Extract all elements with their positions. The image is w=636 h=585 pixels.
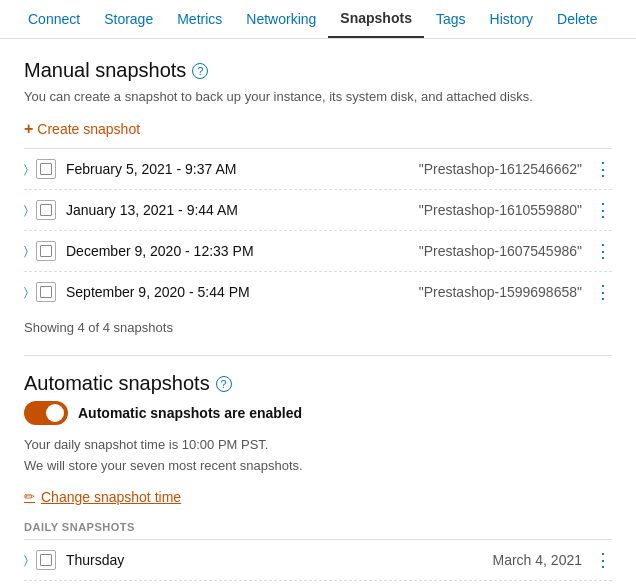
manual-desc: You can create a snapshot to back up you… xyxy=(24,88,612,106)
table-row: 〉 Thursday March 4, 2021 ⋮ xyxy=(24,540,612,581)
snapshot-date-label: December 9, 2020 - 12:33 PM xyxy=(66,243,419,259)
more-options-icon[interactable]: ⋮ xyxy=(594,160,612,178)
snapshot-thumb-icon xyxy=(36,241,56,261)
chevron-icon[interactable]: 〉 xyxy=(24,285,28,299)
edit-icon: ✏ xyxy=(24,489,35,504)
nav-connect[interactable]: Connect xyxy=(16,1,92,37)
automatic-help-icon[interactable]: ? xyxy=(216,376,232,392)
snapshot-date-label: September 9, 2020 - 5:44 PM xyxy=(66,284,419,300)
manual-snapshots-title: Manual snapshots ? xyxy=(24,59,612,82)
chevron-icon[interactable]: 〉 xyxy=(24,244,28,258)
automatic-toggle[interactable] xyxy=(24,401,68,425)
change-snapshot-time-button[interactable]: ✏ Change snapshot time xyxy=(24,489,612,505)
plus-icon: + xyxy=(24,120,33,138)
daily-day-label: Thursday xyxy=(66,552,493,568)
toggle-label: Automatic snapshots are enabled xyxy=(78,405,302,421)
nav-tags[interactable]: Tags xyxy=(424,1,478,37)
snapshot-thumb-icon xyxy=(36,159,56,179)
snapshot-count: Showing 4 of 4 snapshots xyxy=(24,312,612,339)
nav-metrics[interactable]: Metrics xyxy=(165,1,234,37)
daily-date-label: March 4, 2021 xyxy=(493,552,583,568)
table-row: 〉 Wednesday March 3, 2021 ⋮ xyxy=(24,581,612,585)
section-divider xyxy=(24,355,612,356)
main-content: Manual snapshots ? You can create a snap… xyxy=(0,39,636,585)
manual-help-icon[interactable]: ? xyxy=(192,63,208,79)
snapshot-date-label: January 13, 2021 - 9:44 AM xyxy=(66,202,419,218)
more-options-icon[interactable]: ⋮ xyxy=(594,201,612,219)
snapshot-name-label: "Prestashop-1612546662" xyxy=(419,161,582,177)
snapshot-thumb-icon xyxy=(36,550,56,570)
toggle-row: Automatic snapshots are enabled xyxy=(24,401,612,425)
nav-storage[interactable]: Storage xyxy=(92,1,165,37)
chevron-icon[interactable]: 〉 xyxy=(24,203,28,217)
table-row: 〉 December 9, 2020 - 12:33 PM "Prestasho… xyxy=(24,231,612,272)
snapshot-name-label: "Prestashop-1610559880" xyxy=(419,202,582,218)
chevron-icon[interactable]: 〉 xyxy=(24,162,28,176)
top-nav: Connect Storage Metrics Networking Snaps… xyxy=(0,0,636,39)
create-snapshot-button[interactable]: + Create snapshot xyxy=(24,120,612,138)
automatic-snapshots-title: Automatic snapshots ? xyxy=(24,372,612,395)
daily-section-label: DAILY SNAPSHOTS xyxy=(24,521,612,533)
more-options-icon[interactable]: ⋮ xyxy=(594,551,612,569)
daily-snapshot-list: 〉 Thursday March 4, 2021 ⋮ 〉 Wednesday M… xyxy=(24,539,612,585)
toggle-knob xyxy=(46,404,64,422)
table-row: 〉 September 9, 2020 - 5:44 PM "Prestasho… xyxy=(24,272,612,312)
nav-delete[interactable]: Delete xyxy=(545,1,609,37)
nav-snapshots[interactable]: Snapshots xyxy=(328,0,424,38)
auto-description: Your daily snapshot time is 10:00 PM PST… xyxy=(24,435,612,477)
snapshot-thumb-icon xyxy=(36,282,56,302)
more-options-icon[interactable]: ⋮ xyxy=(594,283,612,301)
snapshot-thumb-icon xyxy=(36,200,56,220)
table-row: 〉 February 5, 2021 - 9:37 AM "Prestashop… xyxy=(24,149,612,190)
table-row: 〉 January 13, 2021 - 9:44 AM "Prestashop… xyxy=(24,190,612,231)
nav-networking[interactable]: Networking xyxy=(234,1,328,37)
chevron-icon[interactable]: 〉 xyxy=(24,553,28,567)
toggle-slider xyxy=(24,401,68,425)
more-options-icon[interactable]: ⋮ xyxy=(594,242,612,260)
snapshot-date-label: February 5, 2021 - 9:37 AM xyxy=(66,161,419,177)
manual-snapshot-list: 〉 February 5, 2021 - 9:37 AM "Prestashop… xyxy=(24,148,612,312)
nav-history[interactable]: History xyxy=(478,1,546,37)
snapshot-name-label: "Prestashop-1599698658" xyxy=(419,284,582,300)
snapshot-name-label: "Prestashop-1607545986" xyxy=(419,243,582,259)
